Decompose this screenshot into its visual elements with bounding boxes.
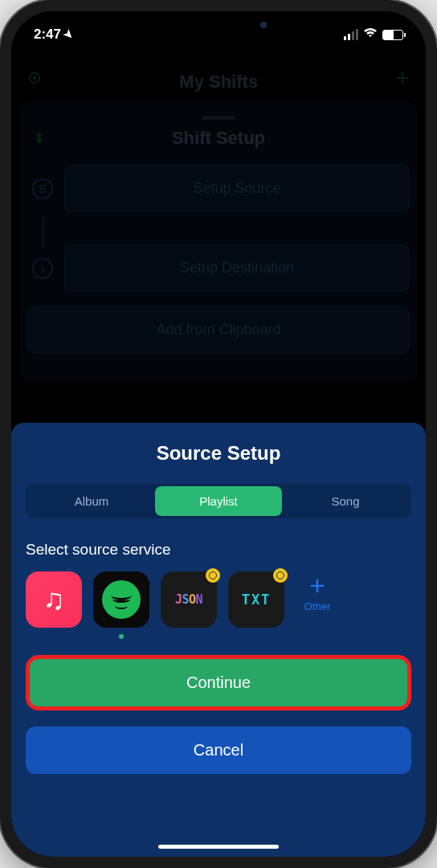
cancel-button[interactable]: Cancel bbox=[26, 727, 411, 774]
service-apple-music[interactable]: ♫ bbox=[26, 571, 82, 628]
battery-icon bbox=[382, 30, 403, 40]
service-txt[interactable]: TXT bbox=[228, 571, 284, 628]
service-list: ♫ JSON TXT + Other bbox=[26, 571, 411, 628]
premium-badge-icon bbox=[273, 568, 288, 583]
service-spotify[interactable] bbox=[93, 571, 149, 628]
cellular-icon bbox=[344, 29, 358, 40]
notch bbox=[134, 11, 303, 39]
iphone-frame: 2:47 ➤ My Shifts + bbox=[0, 0, 437, 868]
type-segment-control: Album Playlist Song bbox=[26, 484, 411, 518]
segment-song[interactable]: Song bbox=[282, 486, 409, 516]
premium-badge-icon bbox=[206, 568, 220, 583]
home-indicator[interactable] bbox=[158, 845, 279, 849]
spotify-icon bbox=[102, 580, 141, 619]
wifi-icon bbox=[363, 27, 378, 42]
plus-icon: + bbox=[296, 571, 339, 599]
segment-playlist[interactable]: Playlist bbox=[155, 486, 282, 516]
modal-title: Source Setup bbox=[26, 442, 411, 465]
screen: 2:47 ➤ My Shifts + bbox=[11, 11, 426, 857]
music-note-icon: ♫ bbox=[43, 583, 65, 616]
service-json[interactable]: JSON bbox=[161, 571, 217, 628]
segment-album[interactable]: Album bbox=[28, 486, 155, 516]
other-label: Other bbox=[296, 600, 339, 612]
continue-button[interactable]: Continue bbox=[26, 655, 411, 710]
location-icon: ➤ bbox=[61, 27, 77, 43]
service-other[interactable]: + Other bbox=[296, 571, 339, 612]
service-label: Select source service bbox=[26, 541, 411, 559]
selected-indicator bbox=[119, 634, 124, 639]
status-time: 2:47 bbox=[34, 27, 61, 43]
source-setup-modal: Source Setup Album Playlist Song Select … bbox=[11, 423, 426, 857]
txt-icon: TXT bbox=[242, 592, 272, 608]
json-icon: JSON bbox=[175, 592, 202, 607]
